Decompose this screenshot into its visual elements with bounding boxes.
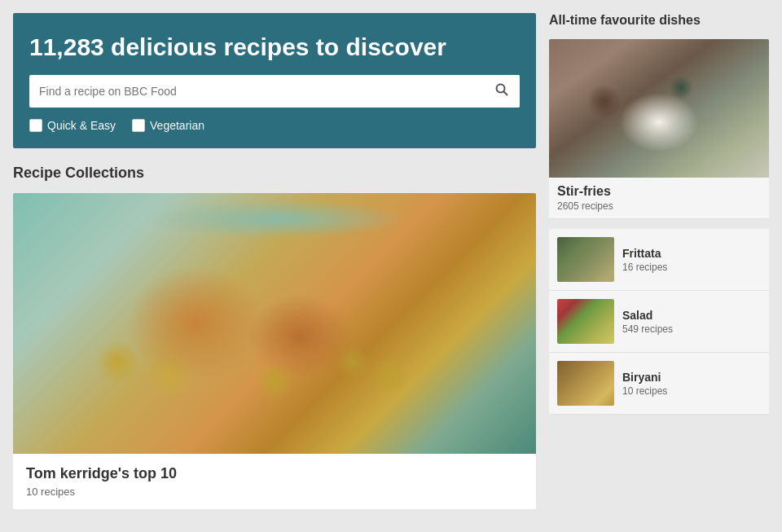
hero-banner: 11,283 delicious recipes to discover Qui… — [13, 13, 536, 148]
section-title: Recipe Collections — [13, 165, 536, 182]
dish-info: Salad 549 recipes — [622, 309, 761, 335]
featured-dish-count: 2605 recipes — [557, 200, 761, 212]
filter-vegetarian[interactable]: Vegetarian — [132, 119, 204, 132]
list-item[interactable]: Biryani 10 recipes — [549, 353, 769, 415]
search-bar — [29, 75, 520, 108]
dish-list: Frittata 16 recipes Salad 549 recipes Bi… — [549, 229, 769, 415]
vegetarian-checkbox[interactable] — [132, 119, 145, 132]
collection-count: 10 recipes — [26, 486, 523, 498]
svg-line-1 — [504, 92, 507, 95]
dish-thumbnail — [557, 361, 614, 406]
dish-count: 549 recipes — [622, 323, 761, 335]
dish-thumbnail — [557, 237, 614, 282]
featured-dish-image — [549, 39, 769, 178]
filter-options: Quick & Easy Vegetarian — [29, 119, 520, 132]
dish-name: Frittata — [622, 247, 761, 260]
quick-easy-checkbox[interactable] — [29, 119, 42, 132]
list-item[interactable]: Frittata 16 recipes — [549, 229, 769, 291]
search-input[interactable] — [29, 77, 484, 106]
filter-quick-easy[interactable]: Quick & Easy — [29, 119, 116, 132]
dish-info: Frittata 16 recipes — [622, 247, 761, 273]
collection-info: Tom kerridge's top 10 10 recipes — [13, 454, 536, 509]
vegetarian-label: Vegetarian — [150, 119, 204, 132]
dish-count: 10 recipes — [622, 385, 761, 397]
featured-dish-info: Stir-fries 2605 recipes — [549, 178, 769, 219]
collection-card[interactable]: Tom kerridge's top 10 10 recipes — [13, 193, 536, 509]
quick-easy-label: Quick & Easy — [47, 119, 116, 132]
sidebar: All-time favourite dishes Stir-fries 260… — [549, 13, 769, 509]
featured-dish-name: Stir-fries — [557, 184, 761, 199]
featured-dish[interactable]: Stir-fries 2605 recipes — [549, 39, 769, 219]
dish-name: Biryani — [622, 371, 761, 384]
page-wrapper: 11,283 delicious recipes to discover Qui… — [0, 0, 782, 522]
hero-title: 11,283 delicious recipes to discover — [29, 33, 520, 62]
dish-name: Salad — [622, 309, 761, 322]
dish-info: Biryani 10 recipes — [622, 371, 761, 397]
main-content: 11,283 delicious recipes to discover Qui… — [13, 13, 536, 509]
search-icon — [495, 85, 508, 99]
dish-count: 16 recipes — [622, 262, 761, 273]
list-item[interactable]: Salad 549 recipes — [549, 291, 769, 353]
sidebar-title: All-time favourite dishes — [549, 13, 769, 28]
collection-name: Tom kerridge's top 10 — [26, 465, 523, 482]
dish-thumbnail — [557, 299, 614, 344]
search-button[interactable] — [484, 75, 520, 108]
collection-image — [13, 193, 536, 454]
